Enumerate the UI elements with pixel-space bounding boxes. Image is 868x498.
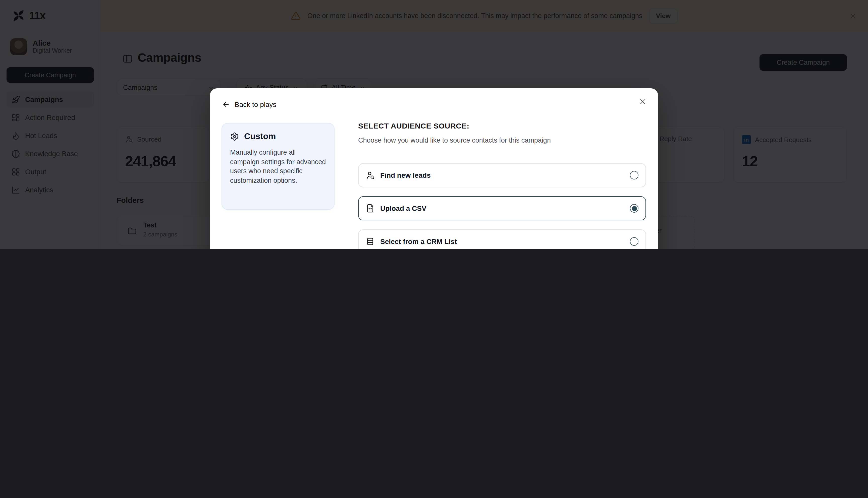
- radio-button[interactable]: [630, 237, 638, 246]
- option-crm-list[interactable]: Select from a CRM List: [358, 230, 646, 249]
- gear-icon: [230, 132, 239, 141]
- dialog-heading: SELECT AUDIENCE SOURCE:: [358, 121, 469, 130]
- option-label: Find new leads: [380, 171, 431, 179]
- play-title: Custom: [244, 132, 276, 142]
- user-search-icon: [366, 171, 375, 180]
- back-to-plays-button[interactable]: Back to plays: [222, 101, 276, 108]
- radio-button[interactable]: [630, 204, 638, 213]
- selected-play-card: Custom Manually configure all campaign s…: [221, 123, 335, 210]
- dialog-subheading: Choose how you would like to source cont…: [358, 136, 551, 144]
- audience-source-dialog: Back to plays Custom Manually configure …: [210, 88, 658, 249]
- option-upload-csv[interactable]: Upload a CSV: [358, 196, 646, 220]
- option-label: Upload a CSV: [380, 204, 426, 212]
- option-find-new-leads[interactable]: Find new leads: [358, 163, 646, 187]
- app-window: 11x Alice Digital Worker Create Campaign…: [0, 0, 868, 249]
- play-description: Manually configure all campaign settings…: [230, 148, 326, 185]
- arrow-left-icon: [222, 101, 230, 108]
- radio-button[interactable]: [630, 171, 638, 180]
- crm-list-icon: [366, 237, 375, 246]
- file-csv-icon: [366, 204, 375, 213]
- close-icon[interactable]: [638, 97, 647, 106]
- option-label: Select from a CRM List: [380, 237, 457, 246]
- back-to-plays-label: Back to plays: [235, 101, 276, 108]
